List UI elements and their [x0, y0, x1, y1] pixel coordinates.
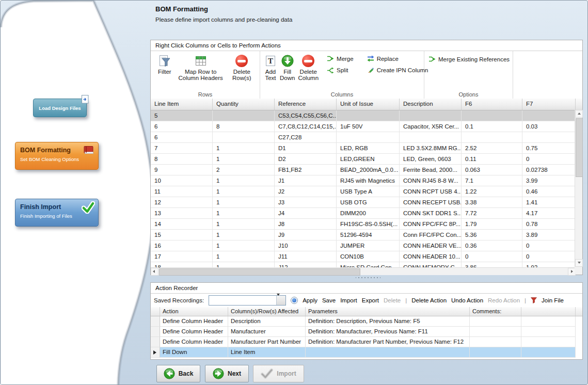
table-row[interactable]: 8 1 D2 LED,GREEN LED, Green, 0603 0.11 0 — [151, 154, 576, 165]
cell-quantity[interactable]: 1 — [213, 262, 275, 267]
cell-description[interactable]: CONN MEMORY C... — [400, 262, 462, 267]
cell-f7[interactable]: 0 — [522, 251, 576, 262]
map-row-to-column-headers-button[interactable]: Map Row to Column Headers — [177, 53, 225, 83]
cell-f6[interactable]: 1.22 — [462, 186, 522, 197]
table-row[interactable]: 16 1 J10 JUMPER CONN HEADER VE... 0.36 0 — [151, 240, 576, 251]
back-button[interactable]: Back — [156, 365, 200, 382]
column-header-description[interactable]: Description — [400, 99, 462, 110]
cell-f6[interactable]: 0.36 — [462, 240, 522, 251]
action-column-header-parameters[interactable]: Parameters — [306, 307, 470, 316]
cell-comments[interactable] — [470, 347, 521, 358]
apply-label[interactable]: Apply — [303, 297, 317, 303]
cell-unit-of-issue[interactable] — [337, 132, 400, 143]
cell-comments[interactable] — [470, 327, 521, 337]
table-row[interactable]: 13 1 J4 DIMM200 CONN SKT DDR1 S... 7.72 … — [151, 208, 576, 219]
table-row[interactable]: 17 1 J11 CON10B CONN HEADER 10... 0 0 — [151, 251, 576, 262]
merge-existing-references-button[interactable]: Merge Existing References — [428, 56, 510, 62]
saved-recordings-combobox[interactable] — [209, 295, 286, 306]
save-button[interactable]: Save — [322, 297, 336, 303]
cell-unit-of-issue[interactable]: Micro SD Card Con... — [337, 262, 400, 267]
cell-f7[interactable]: 0 — [522, 240, 576, 251]
cell-unit-of-issue[interactable]: FH19SC-8S-0.5SH(... — [337, 219, 400, 230]
wizard-step-bom-formatting[interactable]: BOM Formatting Set BOM Cleaning Options — [15, 142, 99, 170]
cell-description[interactable]: CONN RCPT USB 4... — [400, 186, 462, 197]
cell-reference[interactable]: J11 — [275, 251, 337, 262]
action-column-header-action[interactable]: Action — [160, 307, 228, 316]
cell-reference[interactable]: FB1,FB2 — [275, 165, 337, 175]
cell-quantity[interactable]: 8 — [213, 121, 275, 132]
action-row[interactable]: Fill Down Line Item — [151, 347, 582, 358]
cell-reference[interactable]: C27,C28 — [275, 132, 337, 143]
join-file-button[interactable]: Join File — [542, 297, 564, 303]
cell-line-item[interactable]: 15 — [151, 230, 213, 240]
cell-reference[interactable]: C7,C8,C12,C14,C15,... — [275, 121, 337, 132]
cell-f7[interactable]: 3.89 — [522, 230, 576, 240]
undo-action-button[interactable]: Undo Action — [451, 297, 483, 303]
cell-f7[interactable]: 0 — [522, 154, 576, 165]
cell-quantity[interactable]: 1 — [213, 154, 275, 165]
vertical-scrollbar[interactable] — [575, 110, 582, 267]
cell-line-item[interactable]: 14 — [151, 219, 213, 230]
cell-description[interactable]: CONN HEADER VE... — [400, 240, 462, 251]
cell-description[interactable] — [400, 110, 462, 121]
scroll-up-button[interactable] — [575, 110, 583, 118]
cell-quantity[interactable]: 1 — [213, 186, 275, 197]
cell-reference[interactable]: J2 — [275, 186, 337, 197]
cell-line-item[interactable]: 13 — [151, 208, 213, 219]
cell-line-item[interactable]: 9 — [151, 165, 213, 175]
cell-unit-of-issue[interactable]: JUMPER — [337, 240, 400, 251]
horizontal-scrollbar[interactable] — [151, 267, 576, 275]
table-row[interactable]: 14 1 J8 FH19SC-8S-0.5SH(... CONN FPC/FFC… — [151, 219, 576, 230]
cell-f6[interactable]: 3.38 — [462, 197, 522, 208]
cell-parameters[interactable]: Definition: Manufacturer Part Number, Pr… — [306, 337, 470, 347]
chevron-down-icon[interactable] — [276, 296, 285, 305]
wizard-step-finish-import[interactable]: Finish Import Finish Importing of Files — [15, 199, 99, 227]
cell-f6[interactable] — [462, 110, 522, 121]
cell-f6[interactable]: 0 — [462, 251, 522, 262]
action-column-header-affected[interactable]: Column(s)/Row(s) Affected — [228, 307, 306, 316]
cell-f7[interactable]: 0.75 — [522, 143, 576, 154]
cell-unit-of-issue[interactable]: CON10B — [337, 251, 400, 262]
cell-action[interactable]: Define Column Header — [160, 316, 228, 327]
filter-button[interactable]: Filter — [154, 53, 176, 76]
cell-quantity[interactable]: 1 — [213, 208, 275, 219]
merge-button[interactable]: Merge — [327, 55, 354, 62]
cell-parameters[interactable] — [306, 347, 470, 358]
cell-reference[interactable]: D2 — [275, 154, 337, 165]
cell-unit-of-issue[interactable]: BEAD_2000mA_0.0... — [337, 165, 400, 175]
cell-reference[interactable]: J3 — [275, 197, 337, 208]
column-header-f7[interactable]: F7 — [522, 99, 576, 110]
column-header-f6[interactable]: F6 — [462, 99, 522, 110]
scroll-left-button[interactable] — [151, 268, 158, 276]
cell-f6[interactable]: 7.1 — [462, 175, 522, 186]
cell-unit-of-issue[interactable]: USB Type A — [337, 186, 400, 197]
cell-comments[interactable] — [470, 337, 521, 347]
cell-quantity[interactable]: 1 — [213, 219, 275, 230]
cell-quantity[interactable]: 1 — [213, 230, 275, 240]
action-row[interactable]: Define Column Header Description Definit… — [151, 316, 582, 327]
replace-button[interactable]: Replace — [367, 55, 428, 62]
cell-description[interactable]: Ferrite Bead, 2000... — [400, 165, 462, 175]
action-row[interactable]: Define Column Header Manufacturer Defini… — [151, 327, 582, 337]
cell-comments[interactable] — [470, 316, 521, 327]
table-row[interactable]: 5 C53,C54,C55,C56,C... — [151, 110, 576, 121]
cell-f6[interactable]: 5.36 — [462, 230, 522, 240]
cell-description[interactable]: CONN RJ45 8-8 W... — [400, 175, 462, 186]
cell-line-item[interactable]: 6 — [151, 132, 213, 143]
cell-quantity[interactable]: 2 — [213, 165, 275, 175]
cell-description[interactable]: LED, Green, 0603 — [400, 154, 462, 165]
apply-radio[interactable] — [291, 297, 298, 304]
cell-reference[interactable]: C53,C54,C55,C56,C... — [275, 110, 337, 121]
wizard-step-load-design-files[interactable]: Load Design Files — [33, 99, 87, 117]
cell-line-item[interactable]: 6 — [151, 121, 213, 132]
cell-reference[interactable]: J1 — [275, 175, 337, 186]
cell-f6[interactable]: 0.1 — [462, 121, 522, 132]
cell-f7[interactable]: 3.99 — [522, 175, 576, 186]
cell-line-item[interactable]: 11 — [151, 186, 213, 197]
cell-unit-of-issue[interactable]: DIMM200 — [337, 208, 400, 219]
cell-f6[interactable]: 0.11 — [462, 154, 522, 165]
cell-f6[interactable]: 3.86 — [462, 262, 522, 267]
horizontal-scrollbar-thumb[interactable] — [159, 268, 360, 276]
cell-parameters[interactable]: Definition: Manufacturer, Previous Name:… — [306, 327, 470, 337]
table-row[interactable]: 9 2 FB1,FB2 BEAD_2000mA_0.0... Ferrite B… — [151, 165, 576, 175]
